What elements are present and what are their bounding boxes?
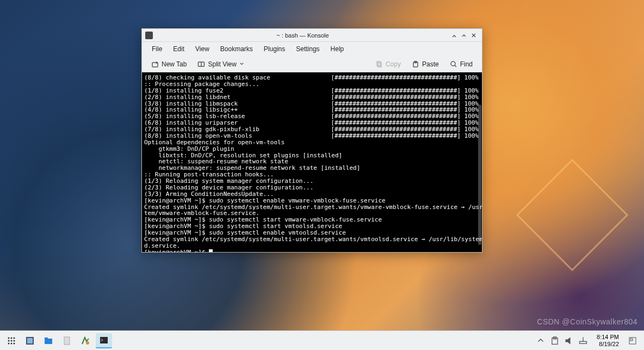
new-tab-label: New Tab — [162, 60, 187, 68]
svg-point-7 — [8, 337, 10, 339]
terminal-scrollbar[interactable] — [477, 72, 481, 252]
search-icon — [450, 60, 457, 68]
svg-rect-27 — [630, 339, 633, 341]
maximize-button[interactable] — [459, 30, 469, 40]
toolbar: New Tab Split View Copy Paste Find — [142, 56, 482, 72]
svg-point-11 — [11, 340, 13, 341]
taskbar-files-icon[interactable] — [40, 333, 57, 348]
app-icon — [145, 32, 153, 39]
svg-point-12 — [14, 340, 15, 341]
menu-plugins[interactable]: Plugins — [258, 43, 290, 55]
menu-file[interactable]: File — [146, 43, 168, 55]
svg-rect-17 — [27, 338, 33, 343]
split-view-button[interactable]: Split View — [193, 58, 249, 71]
minimize-button[interactable] — [449, 30, 459, 40]
svg-point-8 — [11, 337, 13, 339]
taskbar-konsole-icon[interactable] — [96, 333, 112, 348]
copy-icon — [375, 60, 383, 68]
svg-rect-18 — [45, 339, 52, 344]
svg-rect-22 — [100, 337, 108, 343]
copy-label: Copy — [386, 60, 401, 68]
terminal-output[interactable]: (8/8) checking available disk space[####… — [142, 72, 482, 252]
svg-rect-3 — [378, 63, 381, 67]
chevron-down-icon — [239, 62, 244, 66]
taskbar-clock[interactable]: 8:14 PM 8/19/22 — [593, 334, 622, 347]
konsole-window: ~ : bash — Konsole File Edit View Bookma… — [141, 28, 482, 253]
svg-rect-20 — [64, 337, 70, 345]
split-view-icon — [197, 60, 205, 68]
svg-point-15 — [14, 342, 15, 344]
find-label: Find — [460, 60, 473, 68]
new-tab-button[interactable]: New Tab — [146, 58, 191, 71]
svg-rect-19 — [45, 337, 48, 339]
tray-expand-icon[interactable] — [536, 336, 546, 346]
new-tab-icon — [151, 60, 159, 68]
paste-label: Paste — [422, 60, 439, 68]
taskbar: 8:14 PM 8/19/22 — [0, 330, 644, 350]
clock-time: 8:14 PM — [597, 334, 619, 340]
svg-point-14 — [11, 342, 13, 344]
system-tray — [536, 336, 591, 346]
clock-date: 8/19/22 — [597, 341, 619, 347]
app-launcher-icon[interactable] — [3, 333, 20, 348]
window-title: ~ : bash — Konsole — [156, 32, 449, 39]
svg-point-6 — [451, 62, 455, 66]
menu-settings[interactable]: Settings — [290, 43, 325, 55]
svg-point-21 — [86, 341, 89, 345]
tray-clipboard-icon[interactable] — [550, 336, 560, 346]
tray-volume-icon[interactable] — [564, 336, 574, 346]
copy-button: Copy — [370, 58, 406, 71]
find-button[interactable]: Find — [445, 58, 478, 71]
split-view-label: Split View — [208, 60, 236, 68]
paste-button[interactable]: Paste — [407, 58, 444, 71]
menu-view[interactable]: View — [190, 43, 215, 55]
taskbar-system-settings-icon[interactable] — [22, 333, 38, 348]
svg-point-13 — [8, 342, 10, 344]
menu-edit[interactable]: Edit — [168, 43, 190, 55]
paste-icon — [412, 60, 419, 68]
taskbar-document-icon[interactable] — [59, 333, 75, 348]
show-desktop-icon[interactable] — [624, 333, 641, 348]
taskbar-kate-icon[interactable] — [77, 333, 94, 348]
menu-bar: File Edit View Bookmarks Plugins Setting… — [142, 42, 482, 56]
svg-rect-2 — [377, 62, 380, 66]
close-button[interactable] — [469, 30, 479, 40]
tray-network-icon[interactable] — [578, 336, 588, 346]
menu-bookmarks[interactable]: Bookmarks — [215, 43, 258, 55]
svg-point-9 — [14, 337, 15, 339]
svg-rect-25 — [580, 341, 587, 343]
window-titlebar[interactable]: ~ : bash — Konsole — [142, 29, 482, 42]
svg-point-10 — [8, 340, 10, 341]
menu-help[interactable]: Help — [325, 43, 350, 55]
